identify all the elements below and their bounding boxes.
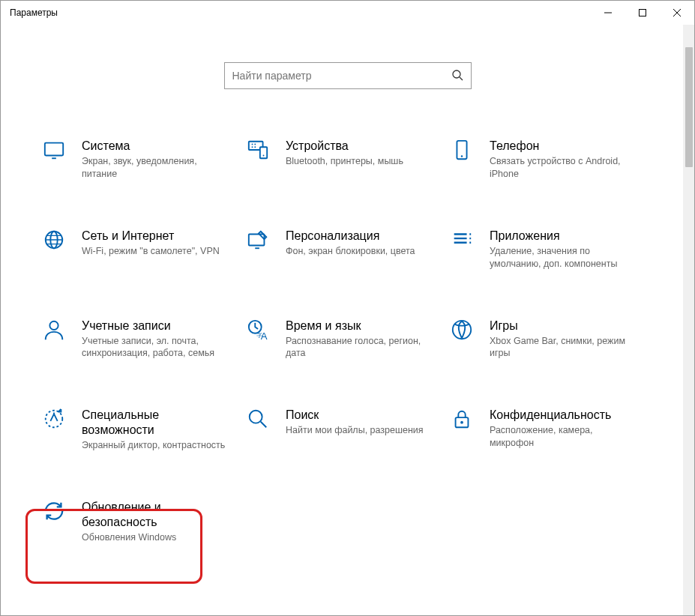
tile-accounts[interactable]: Учетные записи Учетные записи, эл. почта… [38, 314, 233, 365]
svg-point-9 [254, 146, 256, 148]
tile-title: Поиск [286, 408, 424, 423]
close-button[interactable] [660, 1, 694, 25]
svg-point-11 [461, 155, 463, 157]
tile-title: Учетные записи [82, 318, 230, 333]
svg-point-7 [254, 144, 256, 145]
gaming-icon [449, 318, 475, 344]
tile-title: Обновление и безопасность [82, 500, 230, 530]
tile-title: Время и язык [286, 318, 434, 333]
tile-system[interactable]: Система Экран, звук, уведомления, питани… [38, 134, 233, 185]
tile-subtitle: Удаление, значения по умолчанию, доп. ко… [490, 245, 638, 271]
tile-subtitle: Xbox Game Bar, снимки, режим игры [490, 335, 638, 360]
tile-phone[interactable]: Телефон Связать устройство с Android, iP… [446, 134, 641, 185]
minimize-button[interactable] [591, 1, 625, 25]
tile-title: Приложения [490, 229, 638, 244]
tile-subtitle: Фон, экран блокировки, цвета [286, 245, 415, 258]
tile-title: Конфиденциальность [490, 408, 638, 423]
tile-title: Телефон [490, 139, 638, 154]
search-box[interactable] [224, 62, 472, 89]
scrollbar-thumb[interactable] [685, 47, 693, 167]
window-controls [591, 1, 694, 25]
scrollbar[interactable] [683, 25, 694, 615]
update-icon [41, 500, 67, 525]
globe-icon [41, 229, 67, 254]
minimize-icon [604, 9, 612, 16]
svg-point-8 [252, 146, 253, 148]
close-icon [673, 9, 681, 16]
tile-privacy[interactable]: Конфиденциальность Расположение, камера,… [446, 403, 641, 456]
tile-subtitle: Распознавание голоса, регион, дата [286, 335, 434, 360]
tile-subtitle: Экран, звук, уведомления, питание [82, 155, 230, 181]
svg-rect-0 [640, 10, 646, 16]
personalization-icon [245, 229, 271, 254]
ease-of-access-icon [41, 408, 67, 433]
devices-icon [245, 139, 271, 164]
tile-apps[interactable]: Приложения Удаление, значения по умолчан… [446, 224, 641, 275]
svg-point-5 [263, 155, 265, 157]
tile-update-security[interactable]: Обновление и безопасность Обновления Win… [38, 495, 233, 549]
tile-devices[interactable]: Устройства Bluetooth, принтеры, мышь [242, 134, 437, 185]
tile-subtitle: Bluetooth, принтеры, мышь [286, 155, 403, 168]
tile-time-language[interactable]: A字 Время и язык Распознавание голоса, ре… [242, 314, 437, 365]
person-icon [41, 318, 67, 344]
maximize-button[interactable] [625, 1, 660, 25]
settings-window: Параметры [0, 0, 695, 616]
tile-network[interactable]: Сеть и Интернет Wi-Fi, режим "в самолете… [38, 224, 233, 275]
window-title: Параметры [10, 7, 58, 18]
svg-rect-2 [45, 143, 63, 156]
tile-subtitle: Учетные записи, эл. почта, синхронизация… [82, 335, 230, 360]
svg-point-21 [250, 411, 262, 423]
tile-subtitle: Найти мои файлы, разрешения [286, 424, 424, 437]
tile-personalization[interactable]: Персонализация Фон, экран блокировки, цв… [242, 224, 437, 275]
display-icon [41, 139, 67, 164]
tile-subtitle: Расположение, камера, микрофон [490, 424, 638, 450]
settings-grid: Система Экран, звук, уведомления, питани… [38, 134, 694, 549]
tile-title: Персонализация [286, 229, 415, 244]
svg-point-1 [453, 70, 460, 78]
svg-text:字: 字 [256, 331, 262, 339]
tile-subtitle: Связать устройство с Android, iPhone [490, 155, 638, 181]
tile-search[interactable]: Поиск Найти мои файлы, разрешения [242, 403, 437, 456]
magnifier-icon [245, 408, 271, 433]
svg-point-15 [49, 321, 58, 329]
svg-point-23 [460, 421, 463, 424]
lock-icon [449, 408, 475, 433]
search-container [1, 25, 694, 112]
tile-title: Устройства [286, 139, 403, 154]
tile-title: Специальные возможности [82, 408, 230, 438]
tile-gaming[interactable]: Игры Xbox Game Bar, снимки, режим игры [446, 314, 641, 365]
search-icon [451, 69, 463, 83]
search-input[interactable] [232, 70, 447, 82]
svg-point-6 [252, 144, 253, 145]
tile-subtitle: Wi-Fi, режим "в самолете", VPN [82, 245, 220, 258]
tile-ease-of-access[interactable]: Специальные возможности Экранный диктор,… [38, 403, 233, 456]
phone-icon [449, 139, 475, 164]
tile-title: Система [82, 139, 230, 154]
maximize-icon [639, 9, 646, 16]
tile-title: Сеть и Интернет [82, 229, 220, 244]
apps-icon [449, 229, 475, 254]
svg-rect-4 [260, 147, 267, 158]
svg-point-19 [453, 320, 471, 338]
content-area: Система Экран, звук, уведомления, питани… [1, 25, 694, 615]
tile-title: Игры [490, 318, 638, 333]
time-language-icon: A字 [245, 318, 271, 344]
titlebar: Параметры [1, 1, 694, 25]
tile-subtitle: Обновления Windows [82, 531, 230, 544]
tile-subtitle: Экранный диктор, контрастность [82, 439, 230, 452]
